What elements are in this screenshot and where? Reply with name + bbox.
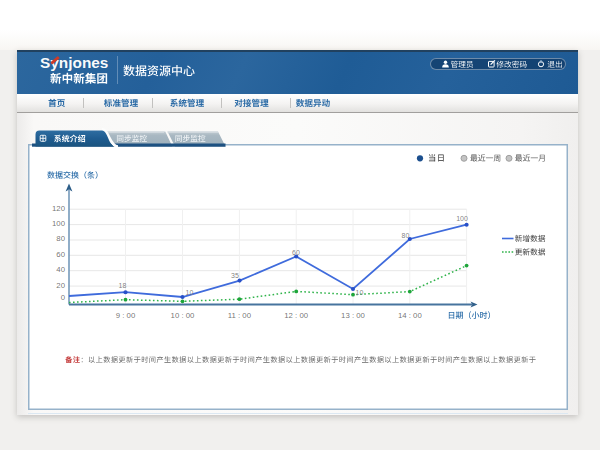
svg-text:10: 10 (186, 289, 194, 296)
svg-text:20: 20 (56, 281, 65, 290)
svg-text:60: 60 (56, 250, 65, 259)
svg-text:120: 120 (52, 204, 66, 213)
svg-text:100: 100 (52, 219, 66, 228)
svg-text:60: 60 (292, 249, 300, 256)
svg-text:11 : 00: 11 : 00 (228, 311, 252, 320)
svg-text:80: 80 (402, 232, 410, 239)
svg-text:12 : 00: 12 : 00 (284, 311, 309, 320)
svg-text:18: 18 (119, 282, 127, 289)
svg-text:80: 80 (56, 234, 65, 243)
svg-text:10 : 00: 10 : 00 (171, 311, 196, 320)
svg-text:0: 0 (61, 293, 66, 302)
svg-text:9 : 00: 9 : 00 (116, 311, 136, 320)
svg-text:10: 10 (356, 289, 364, 296)
svg-text:14 : 00: 14 : 00 (398, 311, 423, 320)
svg-text:35: 35 (231, 272, 239, 279)
svg-text:40: 40 (56, 265, 65, 274)
svg-text:100: 100 (456, 215, 468, 222)
svg-text:13 : 00: 13 : 00 (341, 311, 366, 320)
